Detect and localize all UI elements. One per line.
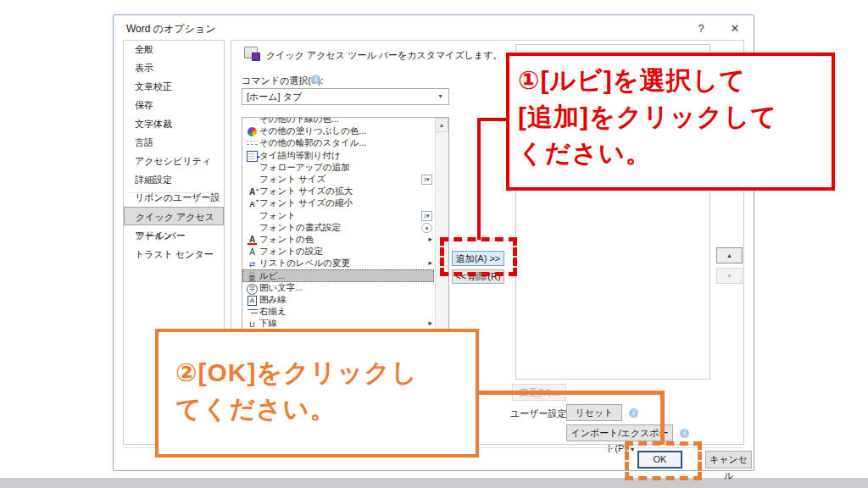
step2-highlight-ok-button (625, 441, 702, 480)
chevron-down-icon: ▼ (433, 90, 448, 103)
step2-connector-line (477, 391, 665, 395)
blank-icon (245, 162, 259, 173)
shrink-font-icon (245, 198, 259, 209)
ruby-icon (245, 270, 259, 281)
submenu-arrow-icon (428, 235, 432, 243)
command-item[interactable]: 右揃え (242, 306, 434, 318)
underline-icon (245, 319, 259, 330)
command-item[interactable]: フォント サイズの拡大 (242, 186, 434, 197)
command-item[interactable]: その他の塗りつぶしの色... (242, 125, 434, 137)
color-wheel-icon (245, 126, 259, 137)
sidebar-item-save[interactable]: 保存 (124, 96, 224, 114)
command-item[interactable]: リストのレベルの変更 (242, 258, 434, 269)
line-styles-icon (245, 138, 259, 149)
sidebar-item-general[interactable]: 全般 (124, 40, 224, 58)
command-item[interactable]: フォローアップの追加 (242, 162, 434, 174)
customizations-label: ユーザー設定: (510, 408, 570, 420)
info-icon[interactable] (311, 75, 320, 84)
customize-qat-icon (244, 47, 258, 58)
sidebar-item-display[interactable]: 表示 (124, 58, 224, 77)
enclose-character-icon (245, 282, 259, 293)
boxed-a-icon (245, 294, 259, 305)
screenshot-stage: Word のオプション ? ✕ 全般 表示 文章校正 保存 文字体裁 言語 アク… (0, 0, 868, 488)
thai-justify-icon (245, 150, 259, 161)
blank-icon (245, 222, 259, 233)
reset-button[interactable]: リセット(E) (566, 404, 622, 421)
page-bottom-strip (0, 478, 868, 488)
scroll-up-icon[interactable]: ▲ (435, 118, 448, 132)
import-export-button[interactable]: インポート/エクスポート(P) (566, 424, 673, 441)
round-combo-indicator-icon (421, 223, 432, 233)
sidebar-item-proofing[interactable]: 文章校正 (124, 77, 224, 96)
sidebar-item-customize-ribbon[interactable]: リボンのユーザー設定 (124, 188, 224, 207)
command-item[interactable]: フォント サイズの縮小 (242, 197, 434, 209)
command-item-ruby-selected[interactable]: ルビ... (242, 269, 434, 281)
info-icon[interactable] (680, 429, 689, 438)
command-item[interactable]: フォントの書式設定 (242, 222, 434, 234)
sidebar-item-addins[interactable]: アドイン (124, 226, 224, 245)
step1-highlight-add-button (440, 237, 517, 276)
list-level-icon (245, 258, 259, 269)
blank-icon (245, 117, 259, 125)
close-icon[interactable]: ✕ (726, 21, 744, 36)
step1-annotation: ①[ルビ]を選択して [追加]をクリックして ください。 (506, 53, 835, 191)
choose-commands-dropdown[interactable]: [ホーム] タブ ▼ (242, 88, 449, 105)
cancel-button[interactable]: キャンセル (705, 451, 752, 469)
command-item[interactable]: 囲い文字... (242, 282, 434, 294)
font-icon (245, 247, 259, 258)
font-color-icon (245, 234, 259, 245)
sidebar-item-typography[interactable]: 文字体裁 (124, 114, 224, 133)
sidebar-item-advanced[interactable]: 詳細設定 (124, 170, 224, 189)
command-item[interactable]: その他の輪郭のスタイル... (242, 137, 434, 149)
command-item[interactable]: タイ語均等割り付け (242, 150, 434, 162)
step1-connector-line (477, 118, 481, 240)
combo-indicator-icon (421, 211, 432, 221)
move-up-icon[interactable]: ▲ (716, 247, 743, 263)
choose-commands-value: [ホーム] タブ (247, 92, 302, 102)
command-item[interactable]: フォント サイズ (242, 174, 434, 186)
command-item[interactable]: その他の下線の色... (242, 117, 434, 125)
blank-icon (245, 210, 259, 221)
command-item[interactable]: フォントの設定 (242, 246, 434, 258)
command-item[interactable]: フォントの色 (242, 234, 434, 246)
submenu-arrow-icon (428, 258, 432, 267)
move-down-icon[interactable]: ▼ (716, 268, 743, 284)
step2-annotation: ②[OK]をクリックし てください。 (155, 329, 479, 458)
sidebar-item-quick-access-toolbar[interactable]: クイック アクセス ツール バー (124, 207, 224, 225)
help-icon[interactable]: ? (692, 21, 710, 36)
step1-connector-line (477, 118, 508, 121)
panel-header: クイック アクセス ツール バーをカスタマイズします。 (266, 49, 503, 62)
command-item[interactable]: 囲み線 (242, 294, 434, 306)
dialog-title: Word のオプション (126, 22, 215, 36)
info-icon[interactable] (629, 408, 638, 418)
sidebar-item-trust-center[interactable]: トラスト センター (124, 245, 224, 263)
sidebar-item-accessibility[interactable]: アクセシビリティ (124, 152, 224, 170)
command-item[interactable]: フォント (242, 210, 434, 222)
sidebar-item-language[interactable]: 言語 (124, 133, 224, 152)
step2-connector-line (660, 391, 665, 445)
combo-indicator-icon (421, 175, 432, 185)
submenu-arrow-icon (428, 319, 432, 327)
align-right-icon (245, 307, 259, 318)
